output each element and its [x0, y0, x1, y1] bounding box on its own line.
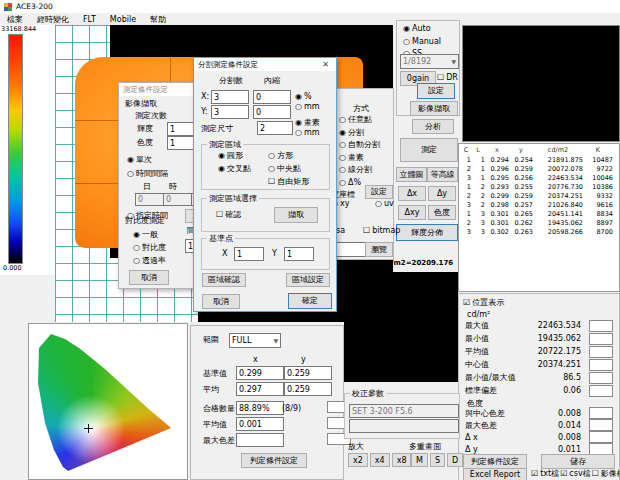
save-button[interactable]: 儲存 — [541, 454, 615, 469]
stats-value: 0.008 — [558, 433, 581, 442]
image-dark-region — [344, 322, 458, 382]
output-format-checkbox[interactable]: txt檔 — [531, 469, 559, 479]
result-table[interactable]: CLxycd/m2K110.2940.25421891.87510487210.… — [458, 143, 620, 292]
x-inset-field[interactable]: 0 — [253, 90, 291, 104]
table-header-cell: x — [485, 144, 509, 156]
chroma-button[interactable]: 色度 — [428, 205, 456, 220]
cancel-button[interactable]: 取消 — [202, 294, 240, 309]
ok-button[interactable]: 確定 — [288, 293, 332, 309]
magnify-buttons: x2x4x8 — [348, 453, 413, 467]
ref-y-field[interactable]: 1 — [284, 247, 314, 261]
cancel-button[interactable]: 取消 — [129, 270, 169, 285]
shutter-select[interactable]: 1/8192▼ — [400, 54, 459, 69]
menu-item[interactable]: 幫助 — [143, 14, 173, 25]
mm-radio[interactable]: mm — [295, 102, 320, 112]
luminance-distribution-button[interactable]: 輝度分佈 — [396, 224, 458, 241]
table-cell: 8897 — [583, 219, 613, 228]
title-bar[interactable]: ACE3-200 — [0, 0, 620, 14]
contour-button[interactable]: 等高線 — [427, 167, 458, 182]
colorbar-min-label: 0.000 — [3, 265, 22, 272]
range-select[interactable]: FULL▼ — [229, 333, 281, 348]
dr-checkbox[interactable]: DR — [437, 73, 458, 83]
table-cell: 0.301 — [485, 210, 509, 219]
bitmap-checkbox[interactable]: bitmap — [363, 226, 400, 236]
exposure-mode-radio[interactable]: Manual — [403, 37, 457, 47]
ref-x-field[interactable]: 0.299 — [236, 366, 284, 380]
output-format-checkbox[interactable]: 影像檔 — [592, 469, 620, 479]
single-radio[interactable]: 單次 — [127, 155, 152, 165]
menu-item[interactable]: FLT — [76, 15, 103, 24]
center-radio[interactable]: 中央點 — [268, 164, 301, 174]
range-value: FULL — [232, 336, 251, 345]
interval-radio[interactable]: 時間間隔 — [127, 169, 168, 179]
set-button[interactable]: 設定 — [417, 83, 455, 99]
ref-y-field[interactable]: 0.259 — [284, 366, 332, 380]
excel-report-button[interactable]: Excel Report — [463, 468, 527, 480]
magnify-button[interactable]: x2 — [348, 453, 368, 467]
analyze-button[interactable]: 分析 — [412, 119, 454, 134]
table-row: 330.3020.26320598.2668700 — [459, 228, 619, 237]
area-set-button[interactable]: 區域設定 — [286, 273, 330, 287]
delta-y-button[interactable]: Δy — [428, 186, 456, 201]
percent-radio[interactable]: % — [295, 92, 312, 102]
pixel-radio[interactable]: 畫素 — [295, 118, 320, 128]
cie-diagram[interactable] — [28, 323, 188, 480]
area-group-label: 測定區域 — [207, 139, 243, 150]
output-format-checkbox[interactable]: csv檔 — [560, 469, 590, 479]
cie-marker-icon — [88, 424, 89, 433]
freerect-checkbox[interactable]: 自由矩形 — [268, 177, 309, 187]
method-option-radio[interactable]: 分割 — [339, 128, 391, 138]
menu-item[interactable]: 經時變化 — [30, 14, 76, 25]
menu-item[interactable]: Mobile — [103, 15, 143, 24]
delta-xy-button[interactable]: Δxy — [398, 205, 426, 220]
method-set-button[interactable]: 設定 — [365, 185, 393, 199]
area-confirm-button[interactable]: 區域確認 — [202, 273, 246, 287]
contrast-radio[interactable]: 對比度 — [133, 243, 166, 253]
multi-screen-button[interactable]: D — [447, 453, 463, 467]
calibration-line2 — [349, 419, 459, 433]
size-field[interactable]: 2 — [257, 121, 293, 135]
avg-x-field[interactable]: 0.297 — [236, 382, 284, 396]
table-cell: 20598.266 — [533, 228, 583, 237]
y-divisions-field[interactable]: 3 — [211, 105, 249, 119]
judge-result-box — [589, 385, 613, 397]
judge-condition-button[interactable]: 判定條件設定 — [463, 454, 527, 469]
transmittance-radio[interactable]: 透過率 — [133, 256, 166, 266]
table-cell: 0.295 — [485, 174, 509, 183]
multi-screen-button[interactable]: S — [430, 453, 445, 467]
image-capture-button[interactable]: 影像擷取 — [410, 101, 458, 116]
y-inset-field[interactable]: 0 — [253, 105, 291, 119]
avg-y-field[interactable]: 0.259 — [284, 382, 332, 396]
method-option-radio[interactable]: 自動分割 — [339, 140, 391, 150]
ref-x-field[interactable]: 1 — [234, 247, 264, 261]
split-condition-dialog[interactable]: 分割測定條件設定 ✕ 分割數 內縮 X: 3 0 Y: 3 0 % mm 測定尺… — [193, 57, 337, 312]
delta-x-button[interactable]: Δx — [398, 186, 426, 201]
method-option-radio[interactable]: 畫素 — [339, 153, 391, 163]
capture-area-button[interactable]: 擷取 — [274, 207, 318, 223]
square-radio[interactable]: 方形 — [268, 151, 293, 161]
mm2-radio[interactable]: mm — [295, 128, 320, 138]
menu-item[interactable]: 檔案 — [0, 14, 30, 25]
circle-radio[interactable]: 圓形 — [218, 151, 243, 161]
stereo-view-button[interactable]: 立體圖 — [396, 167, 427, 182]
mean-label: 平均值 — [203, 421, 227, 430]
x-divisions-field[interactable]: 3 — [211, 90, 249, 104]
uv-radio[interactable]: uv — [375, 199, 394, 209]
confirm-checkbox[interactable]: 確認 — [216, 210, 241, 220]
measure-button[interactable]: 測定 — [400, 138, 458, 162]
position-display-checkbox[interactable]: 位置表示 — [463, 298, 504, 308]
dialog-title-bar[interactable]: 分割測定條件設定 ✕ — [194, 58, 336, 71]
exposure-mode-radio[interactable]: Auto — [403, 24, 457, 34]
cross-radio[interactable]: 交叉點 — [218, 164, 251, 174]
browse-button[interactable]: 瀏覽 — [365, 242, 393, 257]
method-option-radio[interactable]: 線分割 — [339, 165, 391, 175]
magnify-button[interactable]: x4 — [370, 453, 390, 467]
method-option-radio[interactable]: 任意點 — [339, 115, 391, 125]
general-radio[interactable]: 一般 — [133, 230, 158, 240]
multi-screen-button[interactable]: M — [411, 453, 428, 467]
table-cell: 3 — [461, 201, 471, 210]
magnify-button[interactable]: x8 — [392, 453, 412, 467]
close-icon[interactable]: ✕ — [319, 60, 332, 69]
table-cell: 0.257 — [509, 201, 533, 210]
judge-condition-button[interactable]: 判定條件設定 — [241, 453, 307, 468]
